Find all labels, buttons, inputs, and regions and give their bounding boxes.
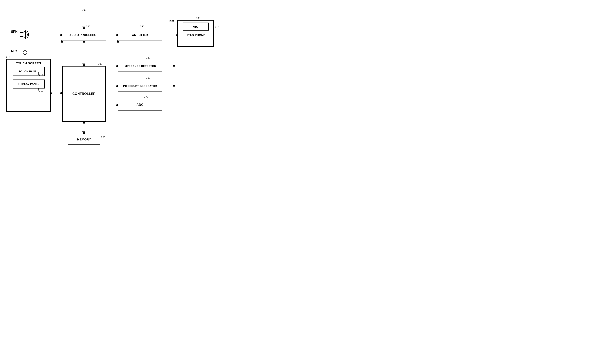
ref-260: 260 — [146, 76, 150, 79]
ref-230: 230 — [86, 25, 90, 28]
amplifier-block: AMPLIFIER — [118, 29, 162, 41]
display-panel-block: DISPLAY PANEL — [13, 79, 45, 89]
ref-280: 280 — [146, 56, 150, 59]
ref-220: 220 — [101, 136, 105, 139]
ref-240: 240 — [140, 25, 144, 28]
ref-270: 270 — [144, 95, 148, 98]
mic-label: MIC — [11, 50, 17, 53]
ref-300: 300 — [196, 17, 200, 20]
adc-block: ADC — [118, 99, 162, 111]
ref-210: 210 — [6, 55, 10, 59]
spk-label: SPK — [11, 30, 18, 34]
memory-block: MEMORY — [68, 134, 100, 145]
svg-point-28 — [23, 51, 27, 54]
touch-screen-label: TOUCH SCREEN — [9, 62, 48, 65]
ref-211: 211 — [39, 74, 43, 77]
impedance-detector-block: IMPEDANCE DETECTOR — [118, 60, 162, 72]
ref-212: 212 — [39, 89, 43, 92]
controller-block: CONTROLLER — [62, 66, 106, 122]
ref-250: 250 — [169, 19, 174, 22]
head-phone-label: HEAD PHONE — [178, 34, 212, 37]
ref-200: 200 — [82, 8, 86, 11]
ref-290: 290 — [98, 62, 102, 65]
audio-processor-block: AUDIO PROCESSOR — [62, 29, 106, 41]
ref-310: 310 — [215, 26, 219, 29]
svg-marker-27 — [20, 31, 26, 39]
touch-screen-block: TOUCH SCREEN TOUCH PANEL DISPLAY PANEL — [6, 59, 51, 112]
mic-in-headphone: MIC — [183, 23, 209, 31]
headphone-block: MIC HEAD PHONE — [177, 20, 214, 47]
interrupt-generator-block: INTERRUPT GENERATOR — [118, 80, 162, 92]
